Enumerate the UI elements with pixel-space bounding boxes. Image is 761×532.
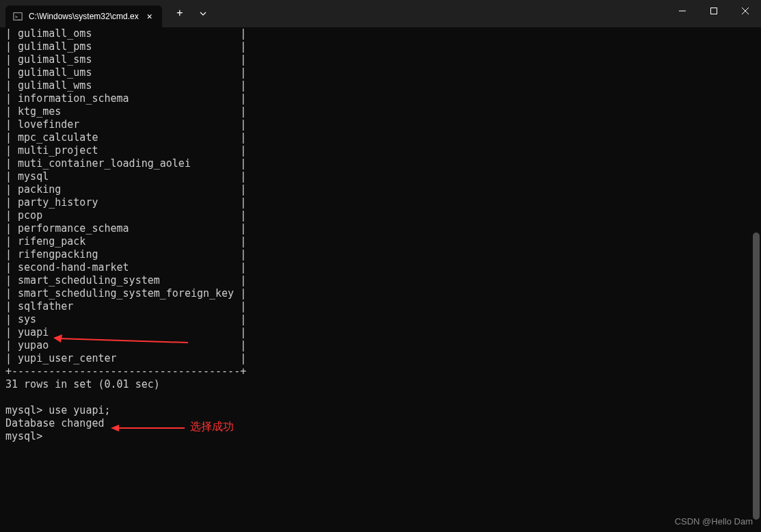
terminal-line: | sys | — [5, 313, 756, 326]
terminal-line: | gulimall_pms | — [5, 40, 756, 53]
watermark: CSDN @Hello Dam — [675, 516, 753, 527]
terminal-line: | second-hand-market | — [5, 261, 756, 274]
scrollbar-track[interactable] — [751, 27, 761, 532]
terminal-line: | packing | — [5, 183, 756, 196]
terminal-line: | muti_container_loading_aolei | — [5, 157, 756, 170]
terminal-line: | mysql | — [5, 170, 756, 183]
cmd-icon: >_ — [12, 11, 23, 22]
minimize-button[interactable] — [667, 0, 698, 22]
close-window-button[interactable] — [730, 0, 761, 22]
terminal-line: | ktg_mes | — [5, 105, 756, 118]
terminal-line: | information_schema | — [5, 92, 756, 105]
terminal-line: 31 rows in set (0.01 sec) — [5, 378, 756, 391]
terminal-line: | pcop | — [5, 209, 756, 222]
terminal-line: | party_history | — [5, 196, 756, 209]
terminal-line: mysql> use yuapi; — [5, 404, 756, 417]
terminal-line: | yupao | — [5, 339, 756, 352]
terminal-line: | rifengpacking | — [5, 248, 756, 261]
scrollbar-thumb[interactable] — [753, 232, 760, 520]
terminal-line: | gulimall_ums | — [5, 66, 756, 79]
terminal-line: | sqlfather | — [5, 300, 756, 313]
window-controls — [667, 0, 761, 22]
terminal-tab[interactable]: >_ C:\Windows\system32\cmd.ex ✕ — [5, 5, 162, 27]
tab-dropdown-icon[interactable] — [193, 4, 213, 23]
terminal-line: | yuapi | — [5, 326, 756, 339]
terminal-line: Database changed — [5, 417, 756, 430]
terminal-line: | rifeng_pack | — [5, 235, 756, 248]
terminal-line: | multi_project | — [5, 144, 756, 157]
close-tab-icon[interactable]: ✕ — [144, 11, 155, 22]
terminal-line: | performance_schema | — [5, 222, 756, 235]
svg-rect-3 — [711, 8, 717, 14]
maximize-button[interactable] — [698, 0, 730, 22]
terminal-line: | mpc_calculate | — [5, 131, 756, 144]
tab-title: C:\Windows\system32\cmd.ex — [29, 12, 139, 21]
terminal-output[interactable]: | gulimall_oms || gulimall_pms || gulima… — [0, 27, 761, 443]
terminal-line: | smart_scheduling_system_foreign_key | — [5, 287, 756, 300]
terminal-line: | gulimall_wms | — [5, 79, 756, 92]
terminal-line: | gulimall_oms | — [5, 27, 756, 40]
terminal-line: | yupi_user_center | — [5, 352, 756, 365]
terminal-line: | smart_scheduling_system | — [5, 274, 756, 287]
new-tab-button[interactable]: + — [170, 4, 189, 23]
terminal-line: +-------------------------------------+ — [5, 365, 756, 378]
terminal-line: mysql> — [5, 430, 756, 443]
titlebar: >_ C:\Windows\system32\cmd.ex ✕ + — [0, 0, 761, 27]
terminal-line: | lovefinder | — [5, 118, 756, 131]
terminal-line — [5, 391, 756, 404]
terminal-line: | gulimall_sms | — [5, 53, 756, 66]
svg-text:>_: >_ — [15, 14, 21, 20]
